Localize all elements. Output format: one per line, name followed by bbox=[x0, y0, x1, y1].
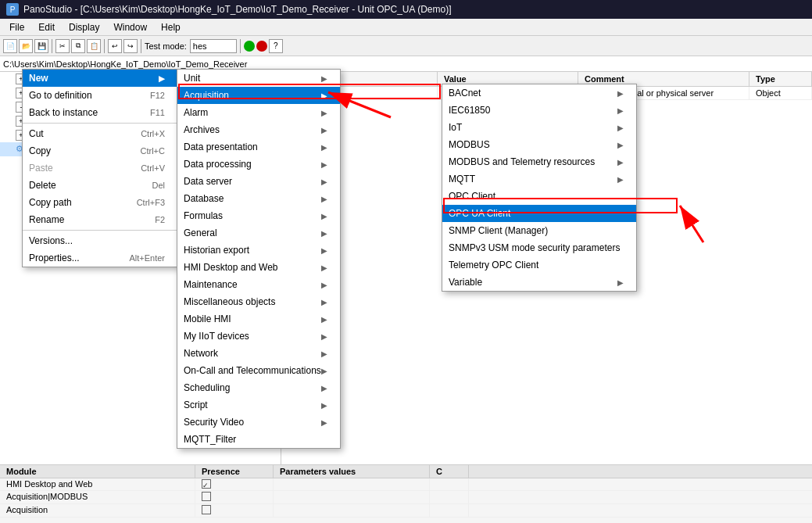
new-network-arrow: ▶ bbox=[321, 349, 327, 358]
new-network[interactable]: Network ▶ bbox=[177, 345, 340, 362]
presence-checkbox-3[interactable] bbox=[202, 505, 211, 514]
new-formulas[interactable]: Formulas ▶ bbox=[177, 207, 340, 224]
bottom-col-module: Module bbox=[0, 465, 195, 478]
acq-mqtt[interactable]: MQTT ▶ bbox=[442, 170, 636, 188]
new-archives[interactable]: Archives ▶ bbox=[177, 121, 340, 138]
ctx-cut[interactable]: Cut Ctrl+X bbox=[23, 125, 177, 142]
new-data-processing-label: Data processing bbox=[184, 159, 252, 170]
new-misc-objects-label: Miscellaneous objects bbox=[184, 296, 275, 307]
new-maintenance[interactable]: Maintenance ▶ bbox=[177, 276, 340, 293]
new-hmi-desktop[interactable]: HMI Desktop and Web ▶ bbox=[177, 259, 340, 276]
undo-btn[interactable]: ↩ bbox=[108, 39, 122, 53]
new-on-call-arrow: ▶ bbox=[321, 367, 327, 375]
acq-bacnet[interactable]: BACnet ▶ bbox=[442, 84, 636, 102]
ctx-versions[interactable]: Versions... bbox=[23, 232, 177, 249]
copy-btn[interactable]: ⧉ bbox=[71, 39, 85, 53]
ctx-rename-label: Rename bbox=[29, 214, 64, 225]
acq-iot[interactable]: IoT ▶ bbox=[442, 119, 636, 136]
new-script-label: Script bbox=[184, 399, 208, 410]
redo-btn[interactable]: ↪ bbox=[123, 39, 138, 53]
acq-modbus[interactable]: MODBUS ▶ bbox=[442, 136, 636, 153]
ctx-back-inst[interactable]: Back to instance F11 bbox=[23, 104, 177, 121]
new-misc-objects[interactable]: Miscellaneous objects ▶ bbox=[177, 293, 340, 310]
help-btn[interactable]: ? bbox=[269, 39, 283, 53]
new-mobile-hmi-label: Mobile HMI bbox=[184, 313, 231, 324]
new-alarm[interactable]: Alarm ▶ bbox=[177, 104, 340, 121]
acq-telemetry-opc[interactable]: Telemetry OPC Client bbox=[442, 256, 636, 274]
ctx-delete[interactable]: Delete Del bbox=[23, 177, 177, 194]
ctx-rename[interactable]: Rename F2 bbox=[23, 211, 177, 228]
new-general-arrow: ▶ bbox=[321, 229, 327, 238]
bottom-cell-presence-2 bbox=[195, 491, 274, 503]
new-my-iiot[interactable]: My IIoT devices ▶ bbox=[177, 328, 340, 345]
new-data-presentation-arrow: ▶ bbox=[321, 143, 327, 152]
green-circle bbox=[244, 41, 255, 52]
bottom-cell-presence-3 bbox=[195, 504, 274, 517]
menu-file[interactable]: File bbox=[3, 20, 30, 34]
open-btn[interactable]: 📂 bbox=[19, 39, 33, 53]
ctx-sep-2 bbox=[23, 230, 177, 231]
new-data-server[interactable]: Data server ▶ bbox=[177, 173, 340, 190]
bottom-row-1: HMI Desktop and Web bbox=[0, 478, 812, 491]
acq-variable[interactable]: Variable ▶ bbox=[442, 274, 636, 291]
acq-modbus-telemetry[interactable]: MODBUS and Telemetry resources ▶ bbox=[442, 153, 636, 170]
new-database-label: Database bbox=[184, 193, 224, 204]
acq-opc-client[interactable]: OPC Client bbox=[442, 188, 636, 205]
new-database[interactable]: Database ▶ bbox=[177, 190, 340, 207]
new-unit[interactable]: Unit ▶ bbox=[177, 70, 340, 87]
ctx-copy-path[interactable]: Copy path Ctrl+F3 bbox=[23, 194, 177, 211]
new-historian-export[interactable]: Historian export ▶ bbox=[177, 242, 340, 259]
new-data-presentation[interactable]: Data presentation ▶ bbox=[177, 138, 340, 156]
test-mode-input[interactable] bbox=[190, 39, 237, 53]
menu-display[interactable]: Display bbox=[63, 20, 106, 34]
acq-snmp-manager-label: SNMP Client (Manager) bbox=[449, 225, 548, 236]
menu-help[interactable]: Help bbox=[155, 20, 187, 34]
ctx-sep-1 bbox=[23, 123, 177, 124]
title-bar: P PanoStudio - [C:\Users\Kim\Desktop\Hon… bbox=[0, 0, 812, 19]
paste-btn[interactable]: 📋 bbox=[87, 39, 101, 53]
new-historian-export-arrow: ▶ bbox=[321, 246, 327, 255]
new-on-call[interactable]: On-Call and Telecommunications ▶ bbox=[177, 362, 340, 379]
new-mobile-hmi[interactable]: Mobile HMI ▶ bbox=[177, 310, 340, 328]
acq-iot-arrow: ▶ bbox=[617, 124, 624, 132]
new-archives-label: Archives bbox=[184, 124, 220, 135]
new-mqtt-filter[interactable]: MQTT_Filter bbox=[177, 431, 340, 448]
ctx-new[interactable]: New ▶ bbox=[23, 70, 177, 87]
acq-opc-ua-client[interactable]: OPC UA Client bbox=[442, 205, 636, 222]
new-unit-arrow: ▶ bbox=[321, 74, 327, 83]
toolbar-sep-1 bbox=[52, 39, 52, 53]
ctx-properties[interactable]: Properties... Alt+Enter bbox=[23, 249, 177, 267]
presence-checkbox-2[interactable] bbox=[202, 492, 211, 501]
menu-edit[interactable]: Edit bbox=[32, 20, 61, 34]
submenu-acquisition: BACnet ▶ IEC61850 ▶ IoT ▶ MODBUS ▶ MODBU… bbox=[442, 84, 637, 292]
menu-window[interactable]: Window bbox=[107, 20, 153, 34]
new-acquisition[interactable]: Acquisition ▶ bbox=[177, 87, 340, 104]
acq-iec61850[interactable]: IEC61850 ▶ bbox=[442, 102, 636, 119]
new-script[interactable]: Script ▶ bbox=[177, 396, 340, 414]
new-hmi-desktop-arrow: ▶ bbox=[321, 263, 327, 272]
bottom-cell-params-2 bbox=[274, 491, 430, 503]
acq-snmpv3-label: SNMPv3 USM mode security parameters bbox=[449, 242, 620, 253]
new-scheduling[interactable]: Scheduling ▶ bbox=[177, 379, 340, 396]
app-icon: P bbox=[6, 3, 19, 16]
presence-checkbox-1[interactable] bbox=[202, 479, 211, 489]
new-data-processing[interactable]: Data processing ▶ bbox=[177, 156, 340, 173]
new-security-video[interactable]: Security Video ▶ bbox=[177, 414, 340, 431]
new-general[interactable]: General ▶ bbox=[177, 224, 340, 242]
acq-snmp-manager[interactable]: SNMP Client (Manager) bbox=[442, 222, 636, 239]
ctx-delete-label: Delete bbox=[29, 180, 56, 191]
new-historian-export-label: Historian export bbox=[184, 245, 249, 256]
acq-snmpv3[interactable]: SNMPv3 USM mode security parameters bbox=[442, 239, 636, 256]
new-btn[interactable]: 📄 bbox=[3, 39, 17, 53]
ctx-goto-def[interactable]: Go to definition F12 bbox=[23, 87, 177, 104]
ctx-copy-label: Copy bbox=[29, 145, 51, 156]
save-btn[interactable]: 💾 bbox=[34, 39, 48, 53]
new-acquisition-label: Acquisition bbox=[184, 90, 229, 101]
new-alarm-label: Alarm bbox=[184, 107, 208, 118]
new-formulas-arrow: ▶ bbox=[321, 212, 327, 220]
ctx-copy[interactable]: Copy Ctrl+C bbox=[23, 142, 177, 159]
ctx-copy-shortcut: Ctrl+C bbox=[141, 146, 165, 156]
toolbar-sep-3 bbox=[141, 39, 141, 53]
ctx-copy-path-label: Copy path bbox=[29, 197, 72, 208]
cut-btn[interactable]: ✂ bbox=[55, 39, 70, 53]
